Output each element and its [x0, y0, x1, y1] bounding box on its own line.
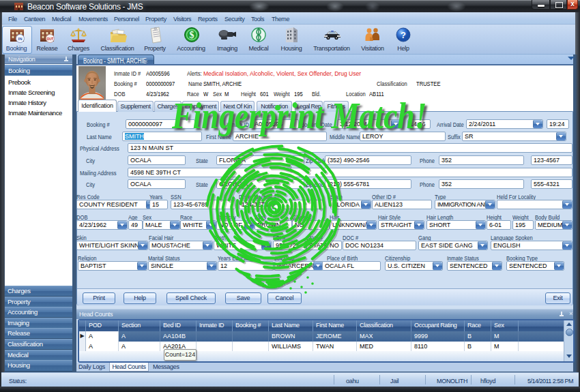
svg-text:IN: IN — [18, 37, 23, 41]
svg-text:OUT: OUT — [47, 37, 54, 41]
svg-text:$: $ — [190, 30, 194, 40]
svg-text:?: ? — [401, 30, 406, 40]
